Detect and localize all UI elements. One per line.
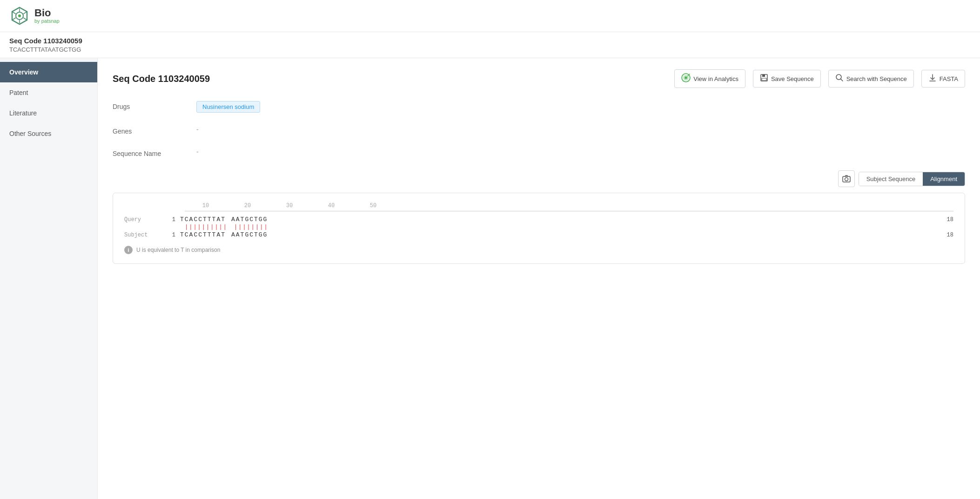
- info-text: U is equivalent to T in comparison: [136, 247, 220, 253]
- svg-rect-15: [762, 74, 765, 77]
- logo-icon: [9, 6, 30, 26]
- query-label: Query: [124, 216, 161, 223]
- sidebar-item-literature[interactable]: Literature: [0, 103, 97, 123]
- drugs-value: Nusinersen sodium: [196, 101, 965, 113]
- svg-rect-16: [762, 78, 766, 81]
- svg-line-5: [13, 12, 16, 14]
- search-icon: [835, 74, 844, 84]
- header: Bio by patsnap: [0, 0, 980, 32]
- logo: Bio by patsnap: [9, 6, 60, 26]
- drugs-label: Drugs: [113, 101, 196, 110]
- save-sequence-label: Save Sequence: [771, 75, 814, 82]
- breadcrumb-subtitle: TCACCTTTATAATGCTGG: [9, 46, 971, 53]
- view-toggle: Subject Sequence Alignment: [859, 172, 965, 186]
- breadcrumb-title: Seq Code 1103240059: [9, 37, 971, 45]
- genes-value: -: [196, 126, 965, 133]
- svg-line-7: [23, 12, 27, 14]
- search-with-sequence-button[interactable]: Search with Sequence: [828, 70, 914, 88]
- app-name: Bio: [34, 8, 60, 18]
- sequence-name-label: Sequence Name: [113, 148, 196, 157]
- fasta-label: FASTA: [940, 75, 958, 82]
- info-line: i U is equivalent to T in comparison: [124, 246, 953, 254]
- sequence-controls: Subject Sequence Alignment: [113, 170, 965, 187]
- content-area: Seq Code 1103240059 View in Analytics: [98, 58, 980, 499]
- save-sequence-button[interactable]: Save Sequence: [753, 70, 821, 88]
- breadcrumb-bar: Seq Code 1103240059 TCACCTTTATAATGCTGG: [0, 32, 980, 58]
- drugs-field-row: Drugs Nusinersen sodium: [113, 101, 965, 113]
- subject-label: Subject: [124, 232, 161, 238]
- svg-line-18: [840, 79, 843, 81]
- query-start: 1: [161, 216, 180, 223]
- svg-point-22: [845, 178, 848, 181]
- content-seq-code: Seq Code 1103240059: [113, 74, 210, 84]
- query-end: 18: [947, 216, 953, 223]
- subject-end: 18: [947, 232, 953, 238]
- match-pipes: |||||||||| ||||||||: [185, 224, 268, 230]
- query-row: Query 1 TCACCTTTAT AATGCTGG 18: [124, 216, 953, 223]
- drug-tag-nusinersen[interactable]: Nusinersen sodium: [196, 101, 260, 113]
- view-analytics-label: View in Analytics: [693, 75, 738, 82]
- app-byline: by patsnap: [34, 18, 60, 24]
- subject-start: 1: [161, 232, 180, 238]
- sidebar-item-overview[interactable]: Overview: [0, 62, 97, 82]
- svg-line-8: [13, 18, 16, 20]
- save-icon: [760, 74, 768, 84]
- camera-button[interactable]: [838, 170, 855, 187]
- content-header: Seq Code 1103240059 View in Analytics: [113, 69, 965, 88]
- logo-text: Bio by patsnap: [34, 8, 60, 24]
- sequence-name-field-row: Sequence Name -: [113, 148, 965, 157]
- match-row: |||||||||| ||||||||: [124, 224, 953, 230]
- sidebar-item-patent[interactable]: Patent: [0, 82, 97, 103]
- toggle-subject-sequence[interactable]: Subject Sequence: [859, 172, 923, 186]
- sequence-box: 10 20 30 40 50 Query 1 TCACCTTTAT AATGCT…: [113, 193, 965, 264]
- genes-label: Genes: [113, 126, 196, 135]
- svg-line-6: [23, 18, 27, 20]
- analytics-icon: [681, 73, 691, 84]
- sequence-name-value: -: [196, 148, 965, 155]
- sidebar: Overview Patent Literature Other Sources: [0, 58, 98, 499]
- genes-field-row: Genes -: [113, 126, 965, 135]
- info-icon: i: [124, 246, 133, 254]
- view-analytics-button[interactable]: View in Analytics: [674, 69, 745, 88]
- subject-sequence: TCACCTTTAT AATGCTGG: [180, 231, 268, 238]
- ruler: 10 20 30 40 50: [185, 202, 394, 209]
- svg-point-2: [18, 14, 21, 17]
- svg-point-12: [685, 77, 687, 79]
- fasta-button[interactable]: FASTA: [921, 70, 965, 88]
- subject-row: Subject 1 TCACCTTTAT AATGCTGG 18: [124, 231, 953, 238]
- search-with-sequence-label: Search with Sequence: [846, 75, 907, 82]
- sidebar-item-other-sources[interactable]: Other Sources: [0, 123, 97, 144]
- toggle-alignment[interactable]: Alignment: [923, 172, 965, 186]
- query-sequence: TCACCTTTAT AATGCTGG: [180, 216, 268, 223]
- download-icon: [928, 74, 937, 84]
- main-layout: Overview Patent Literature Other Sources…: [0, 58, 980, 499]
